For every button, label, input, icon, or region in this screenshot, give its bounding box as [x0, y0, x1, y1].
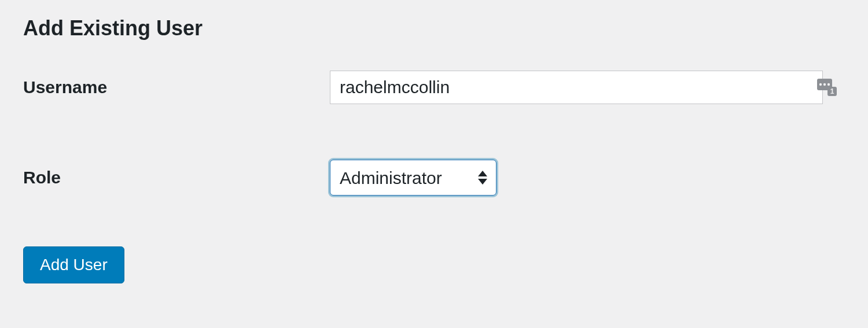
svg-point-1: [819, 83, 822, 86]
username-input-wrap: 1: [330, 71, 845, 104]
role-label: Role: [23, 168, 330, 187]
role-select[interactable]: Administrator: [330, 160, 496, 196]
page-title: Add Existing User: [23, 16, 845, 40]
role-row: Role Administrator: [23, 160, 845, 196]
svg-text:1: 1: [830, 87, 834, 95]
svg-point-3: [827, 83, 830, 86]
add-user-button[interactable]: Add User: [23, 246, 124, 283]
password-manager-icon: 1: [817, 79, 837, 96]
svg-point-2: [823, 83, 826, 86]
username-label: Username: [23, 78, 330, 97]
username-input[interactable]: [330, 71, 823, 104]
username-row: Username 1: [23, 71, 845, 104]
role-select-wrap: Administrator: [330, 160, 496, 196]
